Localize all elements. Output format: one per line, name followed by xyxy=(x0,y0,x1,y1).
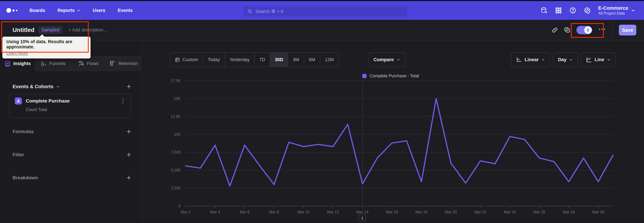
linear-scale-icon xyxy=(516,57,522,63)
search-icon xyxy=(247,9,252,14)
svg-text:10K: 10K xyxy=(174,132,181,137)
breakdown-section: Breakdown xyxy=(12,175,132,181)
range-button-30d[interactable]: 30D xyxy=(270,53,288,67)
nav-item-label: Events xyxy=(118,8,133,13)
event-letter-badge: A xyxy=(15,97,22,104)
chart-type-label: Line xyxy=(594,57,604,62)
sampling-toggle[interactable] xyxy=(576,26,592,34)
svg-text:Mar 8: Mar 8 xyxy=(269,210,279,214)
range-button-yesterday[interactable]: Yesterday xyxy=(225,53,254,67)
learn-more-link[interactable]: Learn More xyxy=(6,51,28,56)
pagination-page-1[interactable]: 1 xyxy=(359,214,366,222)
report-title[interactable]: Untitled xyxy=(12,27,34,33)
scale-label: Linear xyxy=(524,57,539,62)
scale-dropdown[interactable]: Linear xyxy=(511,52,550,67)
project-scope: All Project Data xyxy=(598,11,628,16)
svg-text:Mar 6: Mar 6 xyxy=(240,210,250,214)
svg-text:Mar 24: Mar 24 xyxy=(504,210,516,214)
range-button-6m[interactable]: 6M xyxy=(304,53,320,67)
primary-nav: BoardsReportsUsersEvents xyxy=(30,8,133,13)
nav-item-reports[interactable]: Reports xyxy=(58,8,80,13)
range-label: 12M xyxy=(325,57,334,62)
tab-label: Retention xyxy=(118,61,138,66)
top-navigation-bar: BoardsReportsUsersEvents Search ⌘ + K xyxy=(0,1,644,20)
events-cohorts-label[interactable]: Events & Cohorts xyxy=(12,84,53,89)
chart-display-controls: Linear Day Line xyxy=(511,52,616,67)
chevron-down-icon xyxy=(607,58,611,61)
range-button-7d[interactable]: 7D xyxy=(254,53,270,67)
search-input[interactable]: Search ⌘ + K xyxy=(243,6,407,17)
formulas-section: Formulas xyxy=(12,129,132,135)
svg-text:Mar 20: Mar 20 xyxy=(445,210,457,214)
compare-label: Compare xyxy=(374,57,394,62)
chevron-down-icon xyxy=(541,58,545,61)
add-description-field[interactable]: + Add description... xyxy=(68,27,107,33)
apps-grid-icon[interactable] xyxy=(555,7,562,14)
nav-item-events[interactable]: Events xyxy=(118,8,133,13)
svg-text:Mar 12: Mar 12 xyxy=(327,210,339,214)
chart-type-dropdown[interactable]: Line xyxy=(581,52,616,67)
svg-text:Mar 16: Mar 16 xyxy=(386,210,398,214)
event-name[interactable]: Complete Purchase xyxy=(26,98,70,104)
settings-gear-icon[interactable] xyxy=(584,7,591,14)
range-button-custom[interactable]: Custom xyxy=(170,53,203,67)
tab-retention[interactable]: Retention xyxy=(106,56,141,71)
range-label: Custom xyxy=(182,57,198,62)
search-placeholder: Search ⌘ + K xyxy=(256,9,284,14)
copy-add-icon[interactable] xyxy=(564,27,570,33)
calendar-icon xyxy=(175,57,180,62)
nav-item-boards[interactable]: Boards xyxy=(30,8,45,13)
lightning-bolt-icon xyxy=(586,28,590,32)
interval-dropdown[interactable]: Day xyxy=(553,52,578,67)
svg-text:Mar 14: Mar 14 xyxy=(356,210,368,214)
range-label: 3M xyxy=(293,57,299,62)
add-event-button[interactable] xyxy=(126,84,132,89)
svg-text:5,000: 5,000 xyxy=(171,168,180,172)
kebab-menu-icon[interactable]: ⋮ xyxy=(120,99,126,103)
formulas-label: Formulas xyxy=(12,129,34,134)
nav-item-users[interactable]: Users xyxy=(93,8,105,13)
nav-right-cluster: E-Commerce All Project Data xyxy=(540,1,635,20)
event-card[interactable]: A Complete Purchase ⋮ Count Total xyxy=(9,94,131,118)
nav-item-label: Reports xyxy=(58,8,75,13)
tab-insights[interactable]: Insights xyxy=(0,56,36,71)
funnels-icon xyxy=(40,60,47,67)
mixpanel-logo[interactable] xyxy=(6,8,18,13)
range-label: 30D xyxy=(275,57,283,62)
tab-flows[interactable]: Flows xyxy=(71,56,106,71)
add-formula-button[interactable] xyxy=(126,129,132,135)
save-button[interactable]: Save xyxy=(619,25,636,36)
tab-label: Flows xyxy=(87,61,99,66)
app-window: BoardsReportsUsersEvents Search ⌘ + K xyxy=(0,0,644,223)
events-cohorts-header: Events & Cohorts xyxy=(12,84,132,89)
range-button-today[interactable]: Today xyxy=(203,53,225,67)
svg-text:Mar 30: Mar 30 xyxy=(592,210,604,214)
add-breakdown-button[interactable] xyxy=(126,175,132,181)
sampled-badge[interactable]: Sampled xyxy=(38,26,62,34)
nav-item-label: Boards xyxy=(30,8,45,13)
data-management-icon[interactable] xyxy=(540,7,548,14)
svg-text:Mar 26: Mar 26 xyxy=(533,210,546,214)
project-info: E-Commerce All Project Data xyxy=(598,5,628,16)
event-metric[interactable]: Count Total xyxy=(26,107,130,112)
svg-text:17.5K: 17.5K xyxy=(171,78,181,83)
compare-button[interactable]: Compare xyxy=(368,52,406,67)
logo-dot-large xyxy=(6,8,11,13)
copy-link-icon[interactable] xyxy=(552,27,558,33)
more-horizontal-icon[interactable]: ⋯ xyxy=(598,29,606,31)
tab-funnels[interactable]: Funnels xyxy=(36,56,71,71)
range-button-3m[interactable]: 3M xyxy=(288,53,304,67)
add-filter-button[interactable] xyxy=(126,152,132,158)
date-range-selector: CustomTodayYesterday7D30D3M6M12M xyxy=(170,52,339,67)
chevron-down-icon[interactable] xyxy=(56,84,60,88)
project-switcher[interactable]: E-Commerce All Project Data xyxy=(598,5,635,16)
line-chart-area[interactable]: 02,5005,0007,50010K12.5K15K17.5KMar 2Mar… xyxy=(171,77,630,217)
filter-section: Filter xyxy=(12,152,132,158)
range-button-12m[interactable]: 12M xyxy=(320,53,338,67)
range-label: 7D xyxy=(259,57,265,62)
svg-text:Mar 4: Mar 4 xyxy=(210,210,220,214)
svg-text:15K: 15K xyxy=(174,96,181,101)
line-chart-svg[interactable]: 02,5005,0007,50010K12.5K15K17.5KMar 2Mar… xyxy=(171,77,630,217)
help-icon[interactable] xyxy=(569,7,576,14)
breakdown-label: Breakdown xyxy=(12,175,38,180)
